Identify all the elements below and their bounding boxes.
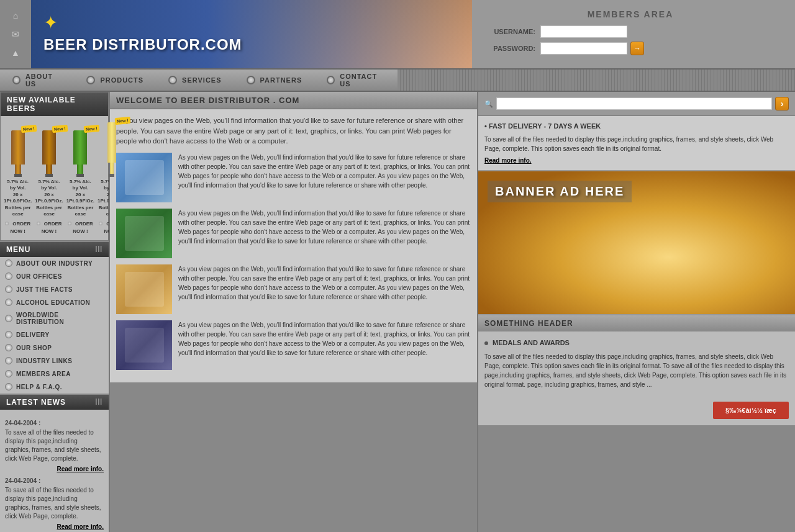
home-icon[interactable]: ⌂: [13, 11, 18, 20]
menu-item-alcohol-edu[interactable]: ALCOHOL EDUCATION: [0, 296, 109, 309]
user-icon[interactable]: ▲: [11, 48, 20, 58]
content-image-4: [116, 320, 172, 370]
medals-text: To save all of the files needed to displ…: [484, 352, 789, 389]
medals-title-text: MEDALS AND AWARDS: [493, 339, 570, 346]
beer-bottle-body-2: [42, 130, 56, 165]
password-input[interactable]: [540, 42, 627, 55]
welcome-header: WELCOME TO BEER DISTRIBUTOR . COM: [110, 92, 477, 109]
menu-item-worldwide[interactable]: WORLDWIDE DISTRIBUTION: [0, 309, 109, 328]
content-block-4: As you view pages on the Web, you'll fin…: [116, 320, 471, 370]
beer-items-row: New ! 5.7% Alc. by Vol.20 x 1Pt.0.9FlOz.…: [1, 116, 108, 240]
menu-dot-10: [5, 383, 12, 390]
search-input[interactable]: [496, 97, 772, 110]
order-bullet-1: [5, 222, 9, 225]
nav-label-services: SERVICES: [182, 76, 221, 84]
members-area-title: MEMBERS AREA: [588, 9, 674, 19]
username-field-row: USERNAME:: [484, 25, 776, 38]
beer-item-1: New ! 5.7% Alc. by Vol.20 x 1Pt.0.9FlOz.…: [4, 130, 32, 234]
left-column: NEW AVAILABLE BEERS New ! 5.7% Alc. by V…: [0, 92, 109, 532]
news-text-1: To save all of the files needed to displ…: [5, 428, 104, 463]
menu-label-help-faq: HELP & F.A.Q.: [16, 384, 62, 390]
header-bar: ⌂ ✉ ▲ ✦ BEER DISTRIBUTOR.COM MEMBERS ARE…: [0, 0, 795, 68]
menu-dot-2: [5, 273, 12, 280]
order-bullet-4: [99, 222, 102, 225]
beer-bottle-neck-4: [110, 163, 114, 174]
email-icon[interactable]: ✉: [12, 29, 19, 39]
menu-dot-8: [5, 357, 12, 364]
content-text-4: As you view pages on the Web, you'll fin…: [178, 320, 471, 370]
beer-bottle-neck-2: [46, 165, 52, 174]
content-text-2: As you view pages on the Web, you'll fin…: [178, 209, 471, 258]
welcome-intro-text: As you view pages on the Web, you'll fin…: [116, 115, 471, 147]
menu-label-just-facts: JUST THE FACTS: [16, 286, 73, 293]
banner-ad-area: BANNER AD HERE: [478, 171, 795, 314]
beer-bottle-body-3: [73, 130, 87, 165]
delivery-title: • FAST DELIVERY - 7 DAYS A WEEK: [484, 122, 789, 130]
news-handle: |||: [96, 398, 102, 407]
order-label-2[interactable]: ORDER NOW !: [42, 221, 62, 234]
delivery-read-more-link[interactable]: Read more info.: [484, 157, 789, 164]
new-beers-header: NEW AVAILABLE BEERS: [1, 92, 108, 116]
members-area-panel: MEMBERS AREA USERNAME: PASSWORD: →: [472, 0, 789, 68]
nav-bullet-contact: [327, 76, 335, 84]
beer-badge-3: New !: [83, 125, 99, 133]
menu-title: MENU: [6, 245, 30, 254]
menu-dot-6: [5, 331, 12, 338]
content-block-1: As you view pages on the Web, you'll fin…: [116, 153, 471, 202]
nav-label-contact: CONTACT US: [340, 73, 385, 88]
content-block-2: As you view pages on the Web, you'll fin…: [116, 209, 471, 258]
beer-order-2: ORDER NOW !: [35, 219, 63, 234]
nav-bar: ABOUT US PRODUCTS SERVICES PARTNERS CONT…: [0, 68, 795, 92]
login-go-button[interactable]: →: [630, 42, 644, 55]
menu-label-industry-links: INDUSTRY LINKS: [16, 358, 72, 364]
nav-item-services[interactable]: SERVICES: [156, 76, 234, 84]
menu-item-help-faq[interactable]: HELP & F.A.Q.: [0, 381, 109, 394]
welcome-content: As you view pages on the Web, you'll fin…: [110, 109, 477, 382]
content-block-3: As you view pages on the Web, you'll fin…: [116, 264, 471, 314]
beer-bottle-body-1: [11, 130, 25, 165]
username-input[interactable]: [540, 25, 627, 38]
nav-bullet-products: [86, 76, 95, 84]
main-layout: NEW AVAILABLE BEERS New ! 5.7% Alc. by V…: [0, 92, 795, 532]
latest-news-header: LATEST NEWS |||: [0, 395, 109, 410]
nav-item-partners[interactable]: PARTNERS: [234, 76, 315, 84]
order-label-3[interactable]: ORDER NOW !: [73, 221, 93, 234]
menu-item-our-shop[interactable]: OUR SHOP: [0, 341, 109, 354]
beer-badge-1: New !: [21, 125, 37, 133]
search-go-button[interactable]: ›: [775, 97, 789, 110]
medals-bullet: [484, 341, 488, 345]
latest-news-title: LATEST NEWS: [6, 398, 66, 407]
medals-content: MEDALS AND AWARDS To save all of the fil…: [478, 331, 795, 395]
bottom-go-area: §‰¾€ài½½ ïæç: [478, 395, 795, 425]
read-more-link-1[interactable]: Read more info.: [5, 466, 104, 472]
something-section: SOMETHING HEADER MEDALS AND AWARDS To sa…: [478, 314, 795, 395]
order-bullet-3: [68, 222, 71, 225]
order-label-1[interactable]: ORDER NOW !: [10, 221, 30, 234]
menu-item-delivery[interactable]: DELIVERY: [0, 328, 109, 341]
bottom-go-button[interactable]: §‰¾€ài½½ ïæç: [713, 402, 789, 419]
news-date-1: 24-04-2004 :: [5, 420, 104, 426]
search-icon: 🔍: [484, 100, 493, 108]
beer-desc-1: 5.7% Alc. by Vol.20 x 1Pt.0.9FlOz.Bottle…: [4, 179, 32, 217]
nav-item-products[interactable]: PRODUCTS: [74, 76, 156, 84]
delivery-text: To save all of the files needed to displ…: [484, 135, 789, 153]
menu-label-our-shop: OUR SHOP: [16, 345, 52, 351]
menu-item-members-area[interactable]: MEMBERS AREA: [0, 367, 109, 381]
nav-label-about-us: ABOUT US: [25, 73, 61, 88]
nav-item-about-us[interactable]: ABOUT US: [0, 73, 74, 88]
content-image-3: [116, 264, 172, 314]
read-more-link-2[interactable]: Read more info.: [5, 523, 104, 530]
menu-item-industry-links[interactable]: INDUSTRY LINKS: [0, 354, 109, 367]
news-item-1: 24-04-2004 : To save all of the files ne…: [5, 420, 104, 472]
menu-item-just-facts[interactable]: JUST THE FACTS: [0, 283, 109, 296]
full-layout: ⌂ ✉ ▲ ✦ BEER DISTRIBUTOR.COM MEMBERS ARE…: [0, 0, 795, 532]
menu-item-about-industry[interactable]: ABOUT OUR INDUSTRY: [0, 257, 109, 270]
menu-item-our-offices[interactable]: OUR OFFICES: [0, 270, 109, 283]
nav-item-contact[interactable]: CONTACT US: [314, 73, 398, 88]
beer-desc-2: 5.7% Alc. by Vol.20 x 1Pt.0.9FlOz.Bottle…: [35, 179, 63, 217]
beer-bottle-body-4: [107, 122, 116, 163]
beer-desc-3: 5.7% Alc. by Vol.20 x 1Pt.0.9FlOz.Bottle…: [66, 179, 94, 217]
right-column: 🔍 › • FAST DELIVERY - 7 DAYS A WEEK To s…: [478, 92, 795, 532]
nav-right-fill: [398, 70, 795, 91]
content-image-2: [116, 209, 172, 258]
